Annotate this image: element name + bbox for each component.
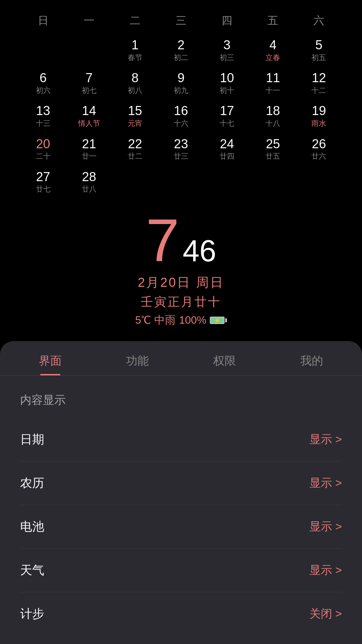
clock-date: 2月20日 周日 <box>138 274 224 291</box>
tab-label-func: 功能 <box>126 353 149 369</box>
calendar-day-name: 五 <box>250 13 296 28</box>
calendar-cell[interactable]: 26廿六 <box>296 134 342 164</box>
calendar-day-num: 27 <box>36 169 50 185</box>
calendar-cell <box>158 167 204 197</box>
calendar-day-num: 17 <box>220 103 234 119</box>
calendar-cell[interactable]: 20二十 <box>20 134 66 164</box>
tab-bar: 界面功能权限我的 <box>0 341 362 376</box>
calendar-day-lunar: 十三 <box>36 119 51 128</box>
calendar-day-num: 25 <box>266 137 280 152</box>
calendar-cell[interactable]: 18十八 <box>250 101 296 131</box>
settings-item-0[interactable]: 日期显示 > <box>20 418 342 462</box>
calendar-section: 日一二三四五六 1春节2初二3初三4立春5初五6初六7初七8初八9初九10初十1… <box>0 0 362 197</box>
calendar-day-num: 1 <box>131 38 138 53</box>
calendar-day-num: 4 <box>269 38 277 53</box>
calendar-cell[interactable]: 17十七 <box>204 101 250 131</box>
calendar-cell[interactable]: 19雨水 <box>296 101 342 131</box>
calendar-day-lunar: 初八 <box>128 86 142 96</box>
calendar-day-lunar: 初三 <box>220 53 234 63</box>
calendar-cell[interactable]: 8初八 <box>112 68 158 98</box>
calendar-day-lunar: 初五 <box>311 53 326 63</box>
calendar-cell[interactable]: 25廿五 <box>250 134 296 164</box>
calendar-day-name: 四 <box>204 13 250 28</box>
calendar-cell[interactable]: 27廿七 <box>20 167 66 197</box>
calendar-day-lunar: 廿五 <box>265 152 280 161</box>
calendar-cell[interactable]: 1春节 <box>112 35 158 65</box>
calendar-day-lunar: 廿七 <box>36 184 51 194</box>
calendar-cell[interactable]: 11十一 <box>250 68 296 98</box>
settings-item-1[interactable]: 农历显示 > <box>20 462 342 505</box>
calendar-cell <box>204 167 250 197</box>
clock-lunar: 壬寅正月廿十 <box>141 294 221 310</box>
calendar-cell[interactable]: 15元宵 <box>112 101 158 131</box>
calendar-cell[interactable]: 21廿一 <box>66 134 112 164</box>
calendar-day-num: 15 <box>128 103 142 119</box>
calendar-day-lunar: 廿二 <box>128 152 142 161</box>
calendar-cell[interactable]: 2初二 <box>158 35 204 65</box>
calendar-day-num: 16 <box>174 103 188 119</box>
tab-mine[interactable]: 我的 <box>268 341 355 375</box>
calendar-day-num: 7 <box>85 70 93 86</box>
calendar-cell[interactable]: 10初十 <box>204 68 250 98</box>
calendar-cell[interactable]: 13十三 <box>20 101 66 131</box>
calendar-cell[interactable]: 4立春 <box>250 35 296 65</box>
settings-item-label-1: 农历 <box>20 475 44 491</box>
clock-time: 7 46 <box>146 210 216 271</box>
calendar-cell[interactable]: 22廿二 <box>112 134 158 164</box>
calendar-day-lunar: 立春 <box>265 53 280 63</box>
tab-label-mine: 我的 <box>300 353 323 369</box>
calendar-day-name: 二 <box>112 13 158 28</box>
calendar-day-lunar: 二十 <box>36 152 51 161</box>
settings-content: 内容显示 日期显示 >农历显示 >电池显示 >天气显示 >计步关闭 > <box>0 376 362 636</box>
calendar-cell[interactable]: 14情人节 <box>66 101 112 131</box>
calendar-day-lunar: 廿八 <box>82 184 97 194</box>
calendar-day-num: 20 <box>36 137 50 152</box>
settings-item-2[interactable]: 电池显示 > <box>20 505 342 549</box>
tab-func[interactable]: 功能 <box>94 341 181 375</box>
calendar-cell[interactable]: 12十二 <box>296 68 342 98</box>
calendar-day-lunar: 十六 <box>174 119 188 128</box>
calendar-day-num: 11 <box>266 70 280 86</box>
calendar-cell[interactable]: 23廿三 <box>158 134 204 164</box>
calendar-cell[interactable]: 28廿八 <box>66 167 112 197</box>
calendar-day-num: 10 <box>220 70 234 86</box>
calendar-day-lunar: 元宵 <box>128 119 142 128</box>
calendar-day-num: 24 <box>220 137 234 152</box>
calendar-day-lunar: 廿一 <box>82 152 97 161</box>
tab-ui[interactable]: 界面 <box>7 341 94 375</box>
calendar-day-lunar: 十二 <box>311 86 326 96</box>
calendar-day-lunar: 初七 <box>82 86 97 96</box>
calendar-day-name: 三 <box>158 13 204 28</box>
calendar-cell <box>66 35 112 65</box>
settings-item-3[interactable]: 天气显示 > <box>20 549 342 592</box>
calendar-day-num: 12 <box>312 70 326 86</box>
calendar-day-lunar: 初二 <box>174 53 188 63</box>
calendar-cell[interactable]: 5初五 <box>296 35 342 65</box>
calendar-day-num: 9 <box>177 70 184 86</box>
battery-bolt-icon: ⚡ <box>214 317 221 323</box>
calendar-cell[interactable]: 16十六 <box>158 101 204 131</box>
clock-status: 5℃ 中雨 100% ⚡ <box>135 313 227 328</box>
calendar-day-num: 18 <box>266 103 280 119</box>
settings-item-4[interactable]: 计步关闭 > <box>20 592 342 636</box>
calendar-cell[interactable]: 24廿四 <box>204 134 250 164</box>
calendar-day-name: 一 <box>66 13 112 28</box>
settings-item-label-4: 计步 <box>20 606 44 622</box>
calendar-day-lunar: 廿六 <box>311 152 326 161</box>
calendar-cell[interactable]: 3初三 <box>204 35 250 65</box>
clock-section: 7 46 2月20日 周日 壬寅正月廿十 5℃ 中雨 100% ⚡ <box>0 210 362 334</box>
tab-perm[interactable]: 权限 <box>181 341 268 375</box>
calendar-day-name: 六 <box>296 13 342 28</box>
calendar-day-lunar: 十七 <box>220 119 234 128</box>
calendar-day-lunar: 情人节 <box>78 119 100 128</box>
settings-item-value-3: 显示 > <box>309 562 342 578</box>
calendar-day-num: 13 <box>36 103 50 119</box>
calendar-cell[interactable]: 7初七 <box>66 68 112 98</box>
calendar-day-name: 日 <box>20 13 66 28</box>
battery-body: ⚡ <box>210 317 225 324</box>
calendar-day-num: 14 <box>82 103 96 119</box>
calendar-day-lunar: 廿四 <box>220 152 234 161</box>
calendar-day-num: 2 <box>177 38 184 53</box>
calendar-cell[interactable]: 6初六 <box>20 68 66 98</box>
calendar-cell[interactable]: 9初九 <box>158 68 204 98</box>
